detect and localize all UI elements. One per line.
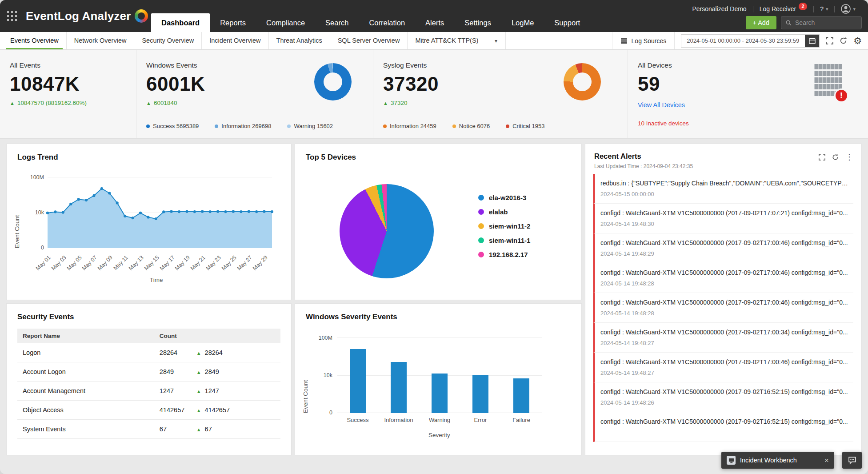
bar-success[interactable] xyxy=(350,349,366,413)
severity-bars xyxy=(337,337,542,413)
alert-time: 2024-05-14 19:48:26 xyxy=(600,399,850,406)
tab-sql-server-overview[interactable]: SQL Server Overview xyxy=(330,32,408,49)
settings-gear-button[interactable]: ⚙ xyxy=(853,36,862,45)
legend-siem-win11-1[interactable]: siem-win11-1 xyxy=(478,237,530,244)
search-icon xyxy=(786,20,792,26)
alert-item[interactable]: configd : WatchGuard-XTM V1C5000000000 (… xyxy=(593,293,853,323)
tab-mitre-att-ck-ttp-s[interactable]: Mitre ATT&CK TTP(S) xyxy=(408,32,486,49)
alert-item[interactable]: redbus.in : {"SUBTYPE":"Supply Chain Bre… xyxy=(593,174,853,204)
alert-time: 2024-05-14 19:48:30 xyxy=(600,221,850,227)
more-tabs-dropdown[interactable]: ▾ xyxy=(486,32,506,49)
alert-message: configd : WatchGuard-XTM V1C5000000000 (… xyxy=(600,239,850,246)
nav-item-reports[interactable]: Reports xyxy=(210,13,256,32)
date-range-value[interactable]: 2024-05-01 00:00:00 - 2024-05-30 23:59:5… xyxy=(681,37,805,44)
date-range-picker[interactable]: 2024-05-01 00:00:00 - 2024-05-30 23:59:5… xyxy=(681,34,820,48)
nav-item-support[interactable]: Support xyxy=(544,13,590,32)
y-tick: 100M xyxy=(22,174,44,181)
nav-item-correlation[interactable]: Correlation xyxy=(359,13,415,32)
legend-dot xyxy=(452,125,456,128)
view-all-devices-link[interactable]: View All Devices xyxy=(638,101,868,108)
legend-notice: Notice 6076 xyxy=(452,123,490,129)
nav-item-dashboard[interactable]: Dashboard xyxy=(151,13,210,32)
table-row[interactable]: System Events67▲67 xyxy=(17,420,280,439)
nav-item-search[interactable]: Search xyxy=(315,13,359,32)
top-devices-pie[interactable] xyxy=(340,184,434,278)
legend-192-168-2-17[interactable]: 192.168.2.17 xyxy=(478,251,530,258)
alert-message: configd : WatchGuard-XTM V1C5000000000 (… xyxy=(600,358,850,366)
tab-events-overview[interactable]: Events Overview xyxy=(3,32,67,49)
legend-siem-win11-2[interactable]: siem-win11-2 xyxy=(478,222,530,230)
legend-dot xyxy=(478,237,484,243)
bar-warning[interactable] xyxy=(432,374,448,413)
bar-information[interactable] xyxy=(391,362,407,413)
up-arrow-icon: ▲ xyxy=(196,408,201,413)
alert-item[interactable]: configd : WatchGuard-XTM V1C5000000000 (… xyxy=(593,204,853,233)
expand-panel-button[interactable] xyxy=(819,154,825,161)
legend-success: Success 5695389 xyxy=(146,123,199,129)
fullscreen-icon xyxy=(826,37,833,44)
count-cell: 67 xyxy=(154,420,191,439)
summary-stats-band: All Events 10847K ▲ 10847570 (8819162.60… xyxy=(0,50,868,139)
severity-labels: SuccessInformationWarningErrorFailure xyxy=(337,417,542,426)
legend-ela-w2016-3[interactable]: ela-w2016-3 xyxy=(478,194,530,201)
dashboard-subnav: Events OverviewNetwork OverviewSecurity … xyxy=(0,32,868,50)
alert-item[interactable]: configd : WatchGuard-XTM V1C5000000000 (… xyxy=(593,353,853,382)
user-account-menu[interactable]: ▾ xyxy=(835,4,862,14)
header-utility-bar: Personalized Demo Log Receiver 2 ? ▾ ▾ xyxy=(686,3,862,15)
nav-item-settings[interactable]: Settings xyxy=(454,13,501,32)
table-row[interactable]: Account Management1247▲1247 xyxy=(17,382,280,401)
x-axis-label: Severity xyxy=(428,432,450,438)
feedback-chat-button[interactable] xyxy=(842,452,862,469)
bar-failure[interactable] xyxy=(513,378,529,413)
avatar-icon xyxy=(841,4,851,14)
delta-cell: ▲67 xyxy=(191,420,280,439)
alert-time xyxy=(600,429,850,436)
refresh-button[interactable] xyxy=(840,37,847,44)
legend-label: 192.168.2.17 xyxy=(489,251,528,258)
security-events-panel: Security Events Report NameCount Logon28… xyxy=(6,303,292,455)
up-arrow-icon: ▲ xyxy=(146,100,151,106)
legend-label: Critical 1953 xyxy=(512,123,544,129)
app-title: EventLog Analyzer xyxy=(26,9,131,23)
bar-error[interactable] xyxy=(472,375,488,413)
close-icon[interactable]: × xyxy=(824,457,829,464)
tab-threat-analytics[interactable]: Threat Analytics xyxy=(269,32,330,49)
table-row[interactable]: Object Access4142657▲4142657 xyxy=(17,401,280,420)
refresh-panel-button[interactable] xyxy=(832,154,839,161)
stat-title: All Events xyxy=(10,61,136,69)
log-sources-button[interactable]: Log Sources xyxy=(612,32,675,49)
legend-elalab[interactable]: elalab xyxy=(478,208,530,216)
alert-item[interactable]: configd : WatchGuard-XTM V1C5000000000 (… xyxy=(593,382,853,412)
global-search[interactable] xyxy=(781,16,862,29)
search-input[interactable] xyxy=(795,19,857,26)
alert-item[interactable]: configd : WatchGuard-XTM V1C5000000000 (… xyxy=(593,263,853,293)
delta-value: 67 xyxy=(205,426,212,433)
help-menu[interactable]: ? ▾ xyxy=(814,5,834,12)
panel-menu-button[interactable]: ⋮ xyxy=(845,153,853,161)
personalized-demo-link[interactable]: Personalized Demo xyxy=(686,5,752,12)
calendar-button[interactable] xyxy=(805,35,819,47)
nav-item-compliance[interactable]: Compliance xyxy=(256,13,315,32)
legend-dot xyxy=(215,125,218,128)
fullscreen-button[interactable] xyxy=(826,37,833,44)
tab-network-overview[interactable]: Network Overview xyxy=(67,32,135,49)
nav-item-alerts[interactable]: Alerts xyxy=(415,13,454,32)
alert-item[interactable]: configd : WatchGuard-XTM V1C5000000000 (… xyxy=(593,323,853,353)
nav-item-logme[interactable]: LogMe xyxy=(501,13,544,32)
legend-information: Information 24459 xyxy=(383,123,436,129)
table-row[interactable]: Account Logon2849▲2849 xyxy=(17,362,280,382)
report-name-cell: System Events xyxy=(17,420,154,439)
alert-item[interactable]: configd : WatchGuard-XTM V1C5000000000 (… xyxy=(593,233,853,263)
alert-item[interactable]: configd : WatchGuard-XTM V1C5000000000 (… xyxy=(593,412,853,442)
up-arrow-icon: ▲ xyxy=(196,370,201,375)
logs-trend-svg xyxy=(48,177,272,248)
table-row[interactable]: Logon28264▲28264 xyxy=(17,343,280,362)
delta-cell: ▲2849 xyxy=(191,362,280,382)
tab-incident-overview[interactable]: Incident Overview xyxy=(202,32,268,49)
log-receiver-link[interactable]: Log Receiver 2 xyxy=(753,5,814,13)
incident-workbench-bar[interactable]: Incident Workbench × xyxy=(721,452,834,469)
tab-security-overview[interactable]: Security Overview xyxy=(134,32,202,49)
add-button[interactable]: + Add xyxy=(746,16,777,29)
legend-dot xyxy=(506,125,509,128)
apps-grid-icon[interactable] xyxy=(7,11,18,22)
